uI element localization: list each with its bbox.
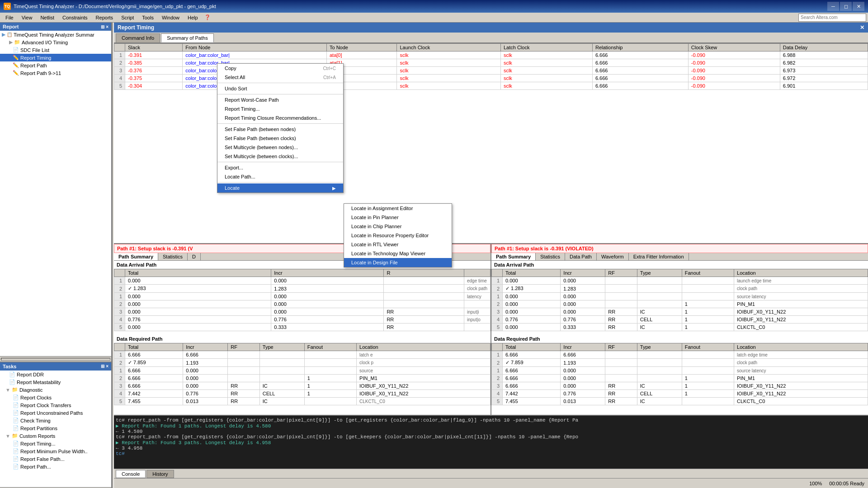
ctx-report-timing[interactable]: Report Timing... [217, 104, 343, 113]
table-row[interactable]: 1 -0.391 color_bar:color_bar| ata[0] scl… [114, 52, 868, 59]
table-row[interactable]: 57.4550.013RRICCLKCTL_C0 [114, 398, 491, 405]
table-row[interactable]: 50.0000.333RR [114, 324, 491, 331]
table-row[interactable]: 26.6660.0001PIN_M1 [492, 375, 868, 382]
task-unconstrained[interactable]: 📄 Report Unconstrained Paths [0, 409, 111, 417]
table-row[interactable]: 30.0000.000RRinput|i [114, 308, 491, 316]
tab-command-info[interactable]: Command Info [116, 33, 160, 42]
table-row[interactable]: 50.0000.333RRIC1CLKCTL_C0 [492, 324, 868, 331]
ctx-undo-sort[interactable]: Undo Sort [217, 84, 343, 93]
table-row[interactable]: 20.0000.000 [114, 300, 491, 308]
table-row[interactable]: 36.6660.000RRIC1IOIBUF_X0_Y11_N22 [114, 382, 491, 390]
sub-ctx-assignment-editor[interactable]: Locate in Assignment Editor [344, 204, 452, 213]
table-row[interactable]: 10.0000.000source latency [492, 293, 868, 300]
sub-ctx-resource-property[interactable]: Locate in Resource Property Editor [344, 231, 452, 240]
tab-summary-paths[interactable]: Summary of Paths [161, 33, 213, 42]
sub-ctx-tech-map-viewer[interactable]: Locate in Technology Map Viewer [344, 249, 452, 258]
tab-console[interactable]: Console [116, 470, 146, 478]
menu-window[interactable]: Window [158, 14, 183, 21]
task-partitions[interactable]: 📄 Report Partitions [0, 424, 111, 432]
console-line-3: ← 1 4.580 [116, 429, 866, 434]
ctx-report-closure[interactable]: Report Timing Closure Recommendations... [217, 113, 343, 122]
sub-tab-statistics[interactable]: Statistics [158, 253, 188, 260]
table-row[interactable]: 10.0000.000latency [114, 293, 491, 300]
ctx-select-all[interactable]: Select All Ctrl+A [217, 73, 343, 82]
task-custom-reports[interactable]: ▼ 📁 Custom Reports [0, 432, 111, 440]
table-row[interactable]: 40.7760.776RRinput|o [114, 316, 491, 324]
tree-item-summary[interactable]: ▶ 📋 TimeQuest Timing Analyzer Summar [0, 31, 111, 38]
menu-script[interactable]: Script [118, 14, 137, 21]
table-row[interactable]: 20.0000.0001PIN_M1 [492, 300, 868, 308]
restore-button[interactable]: ◻ [840, 2, 852, 11]
menu-tools[interactable]: Tools [138, 14, 157, 21]
menu-help[interactable]: Help [184, 14, 202, 21]
task-min-pulse[interactable]: 📄 Report Minimum Pulse Width.. [0, 447, 111, 455]
sub-ctx-design-file[interactable]: Locate in Design File [344, 258, 452, 267]
tree-item-advanced-io[interactable]: ▶ 📁 Advanced I/O Timing [0, 38, 111, 46]
sub-tab-right-path-summary[interactable]: Path Summary [491, 253, 536, 260]
ctx-locate[interactable]: Locate ▶ [217, 183, 343, 192]
titlebar-left: TQ TimeQuest Timing Analyzer - D:/Docume… [4, 3, 216, 10]
task-report-ddr[interactable]: 📄 Report DDR [0, 371, 111, 378]
table-row[interactable]: 26.6660.0001PIN_M1 [114, 375, 491, 382]
menu-constraints[interactable]: Constraints [59, 14, 91, 21]
tree-item-report-path[interactable]: ✏️ Report Path [0, 61, 111, 69]
sub-ctx-pin-planner[interactable]: Locate in Pin Planner [344, 213, 452, 222]
table-row[interactable]: 2✓ 7.8591.193clock path [492, 359, 868, 367]
table-row[interactable]: 40.7760.776RRCELL1IOIBUF_X0_Y11_N22 [492, 316, 868, 324]
table-row[interactable]: 36.6660.000RRIC1IOIBUF_X0_Y11_N22 [492, 382, 868, 390]
table-row[interactable]: 10.0000.000edge time [114, 277, 491, 285]
close-report-icon[interactable]: ✕ [860, 24, 864, 31]
ctx-report-worst[interactable]: Report Worst-Case Path [217, 95, 343, 104]
ctx-export[interactable]: Export... [217, 163, 343, 172]
sub-tab-d[interactable]: D [188, 253, 201, 260]
ctx-multicycle-nodes[interactable]: Set Multicycle (between nodes)... [217, 143, 343, 152]
task-diagnostic[interactable]: ▼ 📁 Diagnostic [0, 386, 111, 394]
table-row[interactable]: 57.4550.013RRICCLKCTL_C0 [492, 398, 868, 405]
search-input[interactable] [798, 14, 866, 22]
menu-file[interactable]: File [2, 14, 17, 21]
table-row[interactable]: 47.4420.776RRCELL1IOIBUF_X0_Y11_N22 [114, 390, 491, 398]
table-row[interactable]: 10.0000.000launch edge time [492, 277, 868, 285]
table-row[interactable]: 2✓ 1.2831.283clock path [114, 285, 491, 293]
task-check-timing[interactable]: 📄 Check Timing [0, 417, 111, 424]
table-row[interactable]: 16.6666.666latch edge time [492, 351, 868, 359]
table-row[interactable]: 16.6666.666latch e [114, 351, 491, 359]
ctx-false-path-clocks-label: Set False Path (between clocks) [225, 136, 296, 141]
sub-tab-right-waveform[interactable]: Waveform [597, 253, 629, 260]
menu-reports[interactable]: Reports [92, 14, 117, 21]
skew-val: -0.090 [688, 67, 780, 75]
tree-item-report-path-9-11[interactable]: ✏️ Report Path 9->11 [0, 69, 111, 77]
task-report-path[interactable]: 📄 Report Path... [0, 463, 111, 470]
tab-history[interactable]: History [146, 470, 174, 478]
table-row[interactable]: 47.4420.776RRCELL1IOIBUF_X0_Y11_N22 [492, 390, 868, 398]
task-report-timing[interactable]: 📄 Report Timing... [0, 440, 111, 447]
ctx-copy[interactable]: Copy Ctrl+C [217, 64, 343, 73]
task-false-path[interactable]: 📄 Report False Path... [0, 455, 111, 463]
ctx-false-path-clocks[interactable]: Set False Path (between clocks) [217, 134, 343, 143]
task-report-meta[interactable]: 📄 Report Metastability [0, 378, 111, 386]
menu-view[interactable]: View [18, 14, 36, 21]
minimize-button[interactable]: ─ [827, 2, 839, 11]
tree-item-sdc[interactable]: 📄 SDC File List [0, 46, 111, 54]
ctx-multicycle-clocks[interactable]: Set Multicycle (between clocks)... [217, 152, 343, 161]
table-row[interactable]: 2✓ 7.8591.193clock p [114, 359, 491, 367]
table-row[interactable]: 30.0000.000RRIC1IOIBUF_X0_Y11_N22 [492, 308, 868, 316]
task-clock-transfers[interactable]: 📄 Report Clock Transfers [0, 401, 111, 409]
table-row[interactable]: 16.6660.000source latency [492, 367, 868, 375]
close-button[interactable]: ✕ [853, 2, 864, 11]
sub-tab-right-extra[interactable]: Extra Fitter Information [629, 253, 689, 260]
task-report-clocks[interactable]: 📄 Report Clocks [0, 394, 111, 401]
ctx-locate-path[interactable]: Locate Path... [217, 172, 343, 181]
menu-netlist[interactable]: Netlist [37, 14, 58, 21]
sub-tab-path-summary[interactable]: Path Summary [114, 253, 158, 260]
sub-ctx-chip-planner[interactable]: Locate in Chip Planner [344, 222, 452, 231]
tree-scrollbar[interactable] [0, 356, 111, 361]
table-row[interactable]: 2✓ 1.2831.283clock path [492, 285, 868, 293]
sub-tab-right-statistics[interactable]: Statistics [536, 253, 565, 260]
sub-ctx-rtl-viewer[interactable]: Locate in RTL Viewer [344, 240, 452, 249]
table-row[interactable]: 16.6660.000source [114, 367, 491, 375]
sub-tab-right-data-path[interactable]: Data Path [565, 253, 597, 260]
sub-ctx-tech-map-label: Locate in Technology Map Viewer [351, 251, 425, 256]
ctx-false-path-nodes[interactable]: Set False Path (between nodes) [217, 125, 343, 134]
tree-item-report-timing[interactable]: ✏️ Report Timing [0, 54, 111, 61]
